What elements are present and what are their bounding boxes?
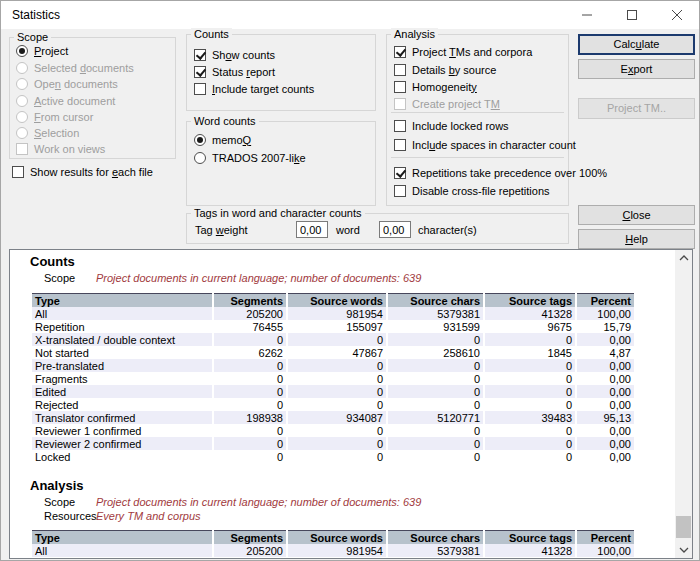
maximize-button[interactable] (609, 1, 654, 29)
checkbox-show-counts[interactable]: Show counts (194, 47, 275, 62)
scrollbar-down-button[interactable] (675, 542, 692, 558)
column-header: Source words (288, 293, 386, 307)
checkbox-work-on-views[interactable]: Work on views (16, 141, 105, 156)
checkbox-status-report[interactable]: Status report (194, 64, 275, 79)
analysis-resources-value: Every TM and corpus (96, 510, 201, 522)
table-row: Reviewer 1 confirmed00000,00 (32, 424, 634, 437)
counts-scope-label: Scope (44, 272, 75, 284)
table-cell: 0 (485, 398, 575, 411)
analysis-table: TypeSegmentsSource wordsSource charsSour… (30, 530, 636, 557)
radio-indicator (194, 134, 206, 146)
table-cell: 0 (214, 424, 286, 437)
table-cell: 931599 (388, 320, 483, 333)
column-header: Type (32, 530, 212, 544)
table-header-row: TypeSegmentsSource wordsSource charsSour… (32, 293, 634, 307)
statistics-dialog: Statistics Scope Project Selected docume… (0, 0, 700, 561)
column-header: Source tags (485, 293, 575, 307)
radio-active-document[interactable]: Active document (16, 93, 115, 108)
checkbox-include-locked-rows[interactable]: Include locked rows (394, 118, 509, 133)
radio-label: Selected documents (34, 62, 134, 74)
table-cell: 0,00 (577, 437, 634, 450)
checkbox-indicator (194, 49, 206, 61)
checkbox-indicator (194, 66, 206, 78)
calculate-button[interactable]: Calculate (578, 34, 695, 55)
table-cell: 0 (388, 333, 483, 346)
scrollbar-up-button[interactable] (675, 250, 692, 266)
table-cell: 0 (214, 359, 286, 372)
checkbox-indicator (394, 139, 406, 151)
table-cell: 0 (288, 424, 386, 437)
checkbox-indicator (394, 64, 406, 76)
table-cell: 0 (288, 437, 386, 450)
close-button-action[interactable]: Close (578, 205, 695, 225)
table-cell: 0 (388, 372, 483, 385)
checkbox-label: Include locked rows (412, 120, 509, 132)
table-cell: 0,00 (577, 385, 634, 398)
table-cell: 5120771 (388, 411, 483, 424)
checkbox-label: Show results for each file (30, 166, 153, 178)
counts-group-label: Counts (191, 28, 232, 40)
checkbox-create-project-tm[interactable]: Create project TM (394, 96, 500, 111)
tag-weight-label: Tag weight (195, 224, 248, 236)
table-row: Not started62624786725861018454,87 (32, 346, 634, 359)
checkbox-details-by-source[interactable]: Details by source (394, 62, 496, 77)
analysis-group-label: Analysis (391, 28, 438, 40)
word-unit-label: word (336, 224, 360, 236)
checkbox-indicator (16, 143, 28, 155)
table-cell: 0,00 (577, 359, 634, 372)
table-cell: 41328 (485, 307, 575, 320)
radio-trados-2007-like[interactable]: TRADOS 2007-like (194, 150, 306, 165)
table-cell: 0 (388, 385, 483, 398)
radio-project[interactable]: Project (16, 43, 68, 58)
export-button[interactable]: Export (578, 59, 695, 79)
checkbox-indicator (12, 166, 24, 178)
table-cell: 0 (288, 372, 386, 385)
results-scrollbar[interactable] (675, 250, 692, 558)
table-row: Rejected00000,00 (32, 398, 634, 411)
project-tm-button[interactable]: Project TM.. (578, 98, 695, 119)
close-icon (672, 10, 682, 20)
table-cell: 0 (485, 372, 575, 385)
scope-group-label: Scope (14, 31, 51, 43)
radio-open-documents[interactable]: Open documents (16, 76, 118, 91)
counts-scope-value: Project documents in current language; n… (96, 272, 421, 284)
checkbox-label: Status report (212, 66, 275, 78)
minimize-button[interactable] (564, 1, 609, 29)
radio-label: Selection (34, 127, 79, 139)
radio-label: TRADOS 2007-like (212, 152, 306, 164)
tag-weight-char-input[interactable] (379, 221, 411, 238)
checkbox-include-target-counts[interactable]: Include target counts (194, 81, 314, 96)
tag-weight-word-input[interactable] (296, 221, 328, 238)
checkbox-include-spaces-in-character-count[interactable]: Include spaces in character count (394, 137, 576, 152)
table-cell: 5379381 (388, 544, 483, 557)
table-cell: 155097 (288, 320, 386, 333)
checkbox-homogeneity[interactable]: Homogeneity (394, 79, 477, 94)
analysis-scope-label: Scope (44, 496, 75, 508)
checkbox-indicator (394, 167, 406, 179)
analysis-heading: Analysis (30, 478, 83, 493)
checkbox-repetitions-take-precedence[interactable]: Repetitions take precedence over 100% (394, 165, 607, 180)
table-cell: 5379381 (388, 307, 483, 320)
checkbox-label: Create project TM (412, 98, 500, 110)
table-cell: 0 (388, 359, 483, 372)
checkbox-project-tms-and-corpora[interactable]: Project TMs and corpora (394, 44, 532, 59)
checkbox-label: Show counts (212, 49, 275, 61)
radio-selection[interactable]: Selection (16, 125, 79, 140)
table-cell: 0 (485, 385, 575, 398)
table-cell: 0,00 (577, 398, 634, 411)
column-header: Source tags (485, 530, 575, 544)
checkbox-show-results-each-file[interactable]: Show results for each file (12, 164, 153, 179)
close-button[interactable] (654, 1, 699, 29)
titlebar[interactable]: Statistics (1, 1, 699, 29)
checkbox-disable-cross-file-repetitions[interactable]: Disable cross-file repetitions (394, 183, 550, 198)
help-button[interactable]: Help (578, 229, 695, 249)
radio-memoq[interactable]: memoQ (194, 132, 251, 147)
scrollbar-thumb[interactable] (676, 516, 691, 538)
column-header: Percent (577, 530, 634, 544)
radio-label: From cursor (34, 111, 93, 123)
table-cell: 0,00 (577, 333, 634, 346)
table-cell: 100,00 (577, 544, 634, 557)
radio-from-cursor[interactable]: From cursor (16, 109, 93, 124)
radio-selected-documents[interactable]: Selected documents (16, 60, 134, 75)
table-cell: 0 (388, 450, 483, 463)
